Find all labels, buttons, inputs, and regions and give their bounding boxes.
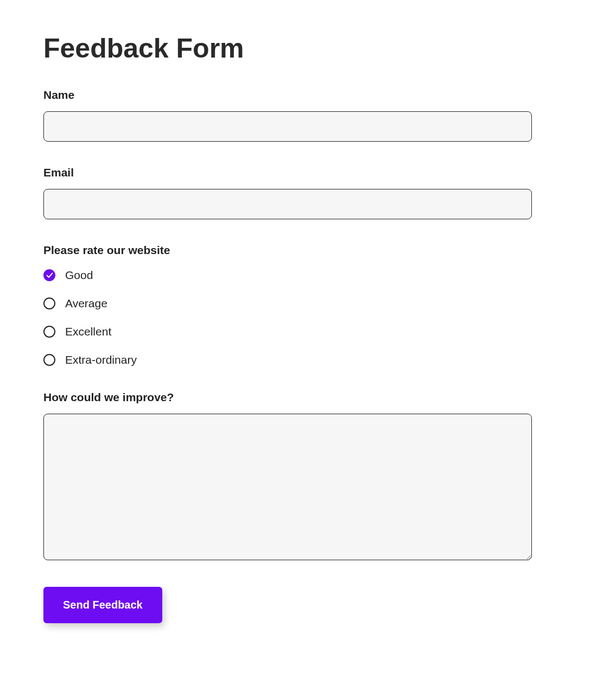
- send-feedback-button[interactable]: Send Feedback: [43, 587, 162, 623]
- improve-textarea[interactable]: [43, 414, 532, 560]
- radio-icon: [43, 269, 55, 281]
- radio-label: Excellent: [65, 325, 111, 338]
- radio-icon: [43, 354, 55, 366]
- radio-icon: [43, 297, 55, 309]
- radio-option-average[interactable]: Average: [43, 297, 532, 310]
- email-field-group: Email: [43, 166, 532, 219]
- email-input[interactable]: [43, 189, 532, 219]
- improve-label: How could we improve?: [43, 391, 532, 404]
- name-input[interactable]: [43, 111, 532, 142]
- radio-option-extra-ordinary[interactable]: Extra-ordinary: [43, 353, 532, 366]
- radio-option-excellent[interactable]: Excellent: [43, 325, 532, 338]
- radio-option-good[interactable]: Good: [43, 269, 532, 282]
- radio-label: Extra-ordinary: [65, 353, 137, 366]
- feedback-form: Feedback Form Name Email Please rate our…: [43, 33, 532, 623]
- form-title: Feedback Form: [43, 33, 532, 64]
- rating-group: Please rate our website Good Average: [43, 244, 532, 366]
- name-label: Name: [43, 88, 532, 102]
- radio-label: Good: [65, 269, 93, 282]
- email-label: Email: [43, 166, 532, 179]
- radio-label: Average: [65, 297, 107, 310]
- rating-question: Please rate our website: [43, 244, 532, 257]
- check-icon: [46, 272, 53, 279]
- radio-icon: [43, 326, 55, 338]
- improve-field-group: How could we improve?: [43, 391, 532, 562]
- name-field-group: Name: [43, 88, 532, 142]
